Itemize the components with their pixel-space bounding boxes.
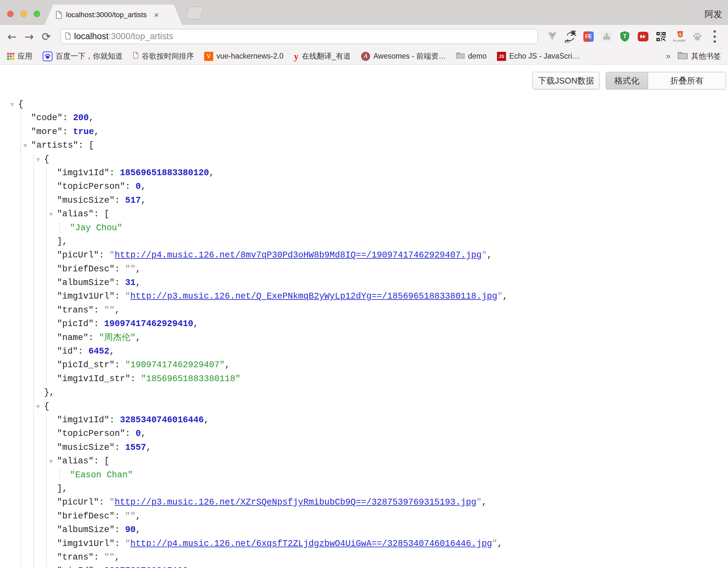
json-token: "topicPerson" xyxy=(57,182,125,191)
profile-name[interactable]: 阿发 xyxy=(705,8,722,20)
json-line: "Eason Chan" xyxy=(0,468,728,482)
video-speed-icon[interactable] xyxy=(637,30,649,43)
json-token: { xyxy=(44,402,49,411)
json-token: , xyxy=(188,566,193,568)
download-json-button[interactable]: 下载JSON数据 xyxy=(533,72,600,89)
json-link[interactable]: http://p3.music.126.net/Q_ExePNkmqB2yWyL… xyxy=(130,292,497,301)
collapse-toggle-icon[interactable]: ▼ xyxy=(49,207,53,221)
bookmark-label: Echo JS - JavaScri… xyxy=(509,52,579,61)
collapse-toggle-icon[interactable]: ▼ xyxy=(36,400,40,414)
reload-button[interactable]: ⟳ xyxy=(40,30,52,43)
json-token: , xyxy=(497,539,502,549)
bookmark-label: Awesomes - 前端资… xyxy=(373,51,446,61)
json-line: "albumSize": 90, xyxy=(0,523,728,537)
indent-guide xyxy=(59,470,60,480)
fast-forward-glyph xyxy=(638,32,648,41)
collapse-toggle-icon[interactable]: ▼ xyxy=(49,455,53,468)
json-token: " xyxy=(125,292,130,301)
collapse-all-button[interactable]: 折叠所有 xyxy=(648,72,726,89)
json-line: "img1v1Url": "http://p4.music.126.net/6x… xyxy=(0,537,728,551)
json-token: : xyxy=(115,443,125,452)
bookmark-apps[interactable]: 应用 xyxy=(7,51,32,61)
bookmark-echojs[interactable]: JS Echo JS - JavaScri… xyxy=(497,52,579,61)
json-token: : xyxy=(94,552,104,562)
json-line: "picId_str": "19097417462929407", xyxy=(0,358,728,372)
json-token: "alias" xyxy=(57,209,94,219)
json-token: : xyxy=(99,250,109,260)
tab-close-icon[interactable]: × xyxy=(154,11,159,19)
translate-icon[interactable]: 英 en xyxy=(565,30,576,43)
other-bookmarks[interactable]: 其他书签 xyxy=(678,51,721,61)
bookmark-baidu[interactable]: 百度一下，你就知道 xyxy=(43,51,123,61)
back-button[interactable]: ← xyxy=(6,30,18,43)
new-tab-button[interactable] xyxy=(185,6,204,19)
tampermonkey-shield-icon[interactable]: T xyxy=(619,30,631,43)
bookmark-youdao[interactable]: y 在线翻译_有道 xyxy=(294,51,351,62)
indent-guide xyxy=(20,113,21,568)
page-icon xyxy=(65,32,71,41)
json-token: : xyxy=(115,525,125,535)
page-content: 下载JSON数据 格式化 折叠所有 ▼{"code": 200,"more": … xyxy=(0,65,728,568)
json-token: " xyxy=(125,539,130,549)
json-token: , xyxy=(141,429,146,439)
url-path: :3000/top_artists xyxy=(109,31,173,41)
json-token: 90 xyxy=(125,525,136,535)
minimize-window-icon[interactable] xyxy=(20,11,27,17)
bookmark-folder-demo[interactable]: demo xyxy=(456,52,487,61)
bookmark-label: demo xyxy=(468,52,487,61)
json-token: , xyxy=(481,497,487,507)
bookmark-awesomes[interactable]: A Awesomes - 前端资… xyxy=(361,51,446,61)
json-token: 0 xyxy=(136,182,141,191)
svg-text:T: T xyxy=(623,33,627,39)
json-line: "code": 200, xyxy=(0,111,728,125)
paw-extension-icon[interactable] xyxy=(691,30,703,43)
bookmark-label: 应用 xyxy=(17,51,32,61)
youdao-icon: y xyxy=(294,51,299,62)
indent-guide xyxy=(59,223,60,233)
indent-guide xyxy=(33,154,34,568)
json-token: "name" xyxy=(57,333,88,343)
forward-button[interactable]: → xyxy=(23,30,35,43)
json-line: "picId": 3287539769315193, xyxy=(0,564,728,568)
json-token: "picId" xyxy=(57,319,94,329)
json-token: true xyxy=(73,127,94,137)
json-line: ▼"alias": [ xyxy=(0,454,728,468)
json-link[interactable]: http://p4.music.126.net/8mv7qP30Pd3oHW8b… xyxy=(115,250,481,260)
vue-devtools-icon[interactable] xyxy=(546,30,558,43)
close-window-icon[interactable] xyxy=(7,11,14,17)
html5-player-icon[interactable]: 5 PLAYER xyxy=(673,30,685,43)
bookmark-vue-hackernews[interactable]: V vue-hackernews-2.0 xyxy=(204,52,283,61)
fullscreen-window-icon[interactable] xyxy=(34,11,40,17)
json-token: : xyxy=(78,347,88,356)
json-line: ▼"alias": [ xyxy=(0,207,728,221)
json-token: : [ xyxy=(94,456,109,466)
json-token: "id" xyxy=(57,347,78,356)
bookmark-google-sort[interactable]: 谷歌按时间排序 xyxy=(133,51,194,61)
collapse-toggle-icon[interactable]: ▼ xyxy=(36,153,40,166)
json-token: : xyxy=(99,497,109,507)
bookmarks-overflow-icon[interactable]: » xyxy=(666,51,670,61)
json-token: "picId" xyxy=(57,566,94,568)
page-icon xyxy=(133,52,138,61)
translate-en-label: en xyxy=(565,38,570,44)
json-token: , xyxy=(502,292,508,301)
json-token: : xyxy=(109,168,120,178)
browser-tab[interactable]: localhost:3000/top_artists × xyxy=(45,5,182,25)
address-bar[interactable]: localhost:3000/top_artists xyxy=(61,29,538,44)
json-token: "artists" xyxy=(31,140,78,150)
json-token: , xyxy=(204,415,209,425)
collapse-toggle-icon[interactable]: ▼ xyxy=(23,139,27,152)
sitemap-extension-icon[interactable] xyxy=(601,30,612,43)
json-link[interactable]: http://p4.music.126.net/6xqsfT2ZLjdgzbwO… xyxy=(130,539,492,549)
qr-code-icon[interactable] xyxy=(655,30,667,43)
json-token: , xyxy=(209,168,214,178)
format-button[interactable]: 格式化 xyxy=(606,72,648,89)
collapse-toggle-icon[interactable]: ▼ xyxy=(10,98,14,111)
json-line: ▼"artists": [ xyxy=(0,139,728,152)
json-link[interactable]: http://p3.music.126.net/XZrSQeNpsfjyRmib… xyxy=(115,497,476,507)
json-token: "img1v1Url" xyxy=(57,539,115,549)
json-line: "Jay Chou" xyxy=(0,221,728,235)
json-token: : xyxy=(115,360,125,370)
fe-extension-icon[interactable]: FE xyxy=(583,30,594,43)
browser-menu-icon[interactable]: ••• xyxy=(711,29,718,44)
